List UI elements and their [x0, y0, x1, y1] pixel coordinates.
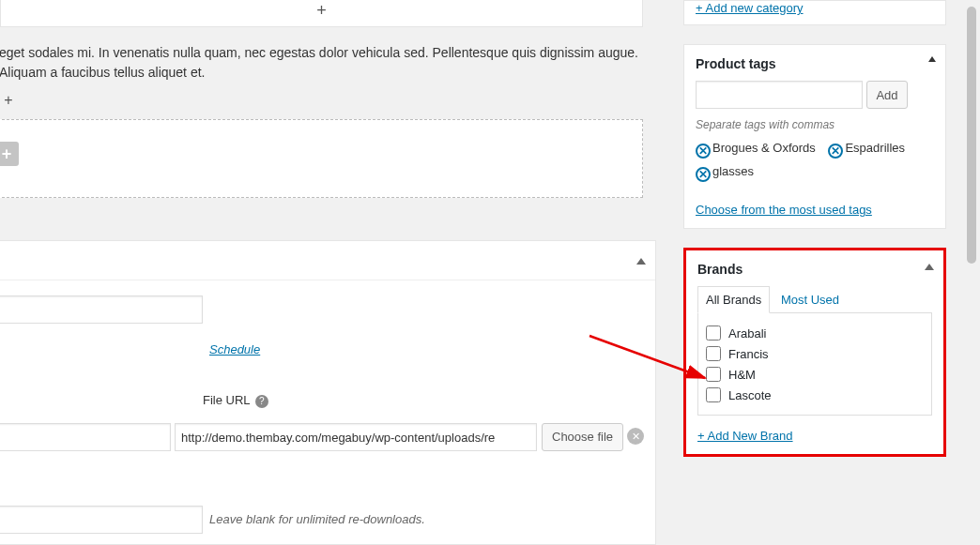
schedule-link[interactable]: Schedule: [209, 342, 260, 356]
brand-checkbox[interactable]: [706, 325, 721, 341]
tag-input[interactable]: [696, 81, 863, 109]
tag-item: ✕Brogues & Oxfords: [696, 141, 816, 159]
vertical-scrollbar[interactable]: [965, 7, 978, 532]
remove-tag-icon[interactable]: ✕: [828, 144, 843, 159]
product-data-panel: Schedule File URL ? Choose file ✕ Leave …: [0, 240, 656, 545]
collapse-icon[interactable]: [925, 264, 934, 270]
add-block-button[interactable]: +: [0, 0, 643, 27]
brand-list: Arabali Francis H&M Lascote: [697, 312, 932, 416]
editor-content-text[interactable]: eget sodales mi. In venenatis nulla quam…: [0, 39, 643, 86]
download-limit-note: Leave blank for unlimited re-downloads.: [209, 512, 425, 526]
categories-box: + Add new category: [683, 0, 946, 25]
file-url-label: File URL ?: [203, 393, 268, 408]
brand-item[interactable]: Lascote: [706, 385, 924, 405]
add-new-brand-link[interactable]: + Add New Brand: [697, 429, 793, 443]
scrollbar-thumb[interactable]: [967, 7, 976, 264]
choose-file-button[interactable]: Choose file: [542, 423, 623, 451]
brands-title: Brands: [697, 262, 932, 277]
remove-tag-icon[interactable]: ✕: [696, 167, 711, 182]
product-tags-box: Product tags Add Separate tags with comm…: [683, 44, 946, 229]
panel-header[interactable]: [0, 241, 655, 280]
tag-item: ✕Espadrilles: [828, 141, 905, 159]
price-input[interactable]: [0, 295, 203, 324]
brand-checkbox[interactable]: [706, 387, 721, 402]
tab-all-brands[interactable]: All Brands: [697, 286, 770, 313]
brand-checkbox[interactable]: [706, 346, 721, 361]
brand-item[interactable]: H&M: [706, 364, 924, 385]
brands-box: Brands All Brands Most Used Arabali Fran…: [683, 248, 946, 457]
collapse-icon: [636, 258, 646, 265]
block-placeholder[interactable]: +: [0, 119, 643, 198]
add-tag-button[interactable]: Add: [866, 81, 908, 109]
download-limit-input[interactable]: [0, 506, 203, 534]
remove-tag-icon[interactable]: ✕: [696, 144, 711, 159]
brand-item[interactable]: Arabali: [706, 323, 924, 343]
tag-note: Separate tags with commas: [696, 118, 934, 131]
add-new-category-link[interactable]: + Add new category: [696, 1, 804, 15]
add-block-inline-button[interactable]: +: [0, 89, 20, 112]
choose-tags-link[interactable]: Choose from the most used tags: [696, 203, 872, 217]
add-element-button[interactable]: +: [0, 142, 19, 166]
plus-icon: +: [316, 1, 327, 21]
product-tags-title: Product tags: [696, 56, 934, 71]
remove-file-icon[interactable]: ✕: [627, 428, 644, 445]
tab-most-used[interactable]: Most Used: [773, 287, 847, 312]
brand-checkbox[interactable]: [706, 367, 721, 382]
file-url-input[interactable]: [175, 423, 537, 451]
brand-item[interactable]: Francis: [706, 343, 924, 364]
help-icon[interactable]: ?: [255, 395, 268, 408]
file-name-input[interactable]: [0, 423, 171, 451]
collapse-icon[interactable]: [928, 56, 936, 62]
tag-item: ✕glasses: [696, 164, 754, 182]
